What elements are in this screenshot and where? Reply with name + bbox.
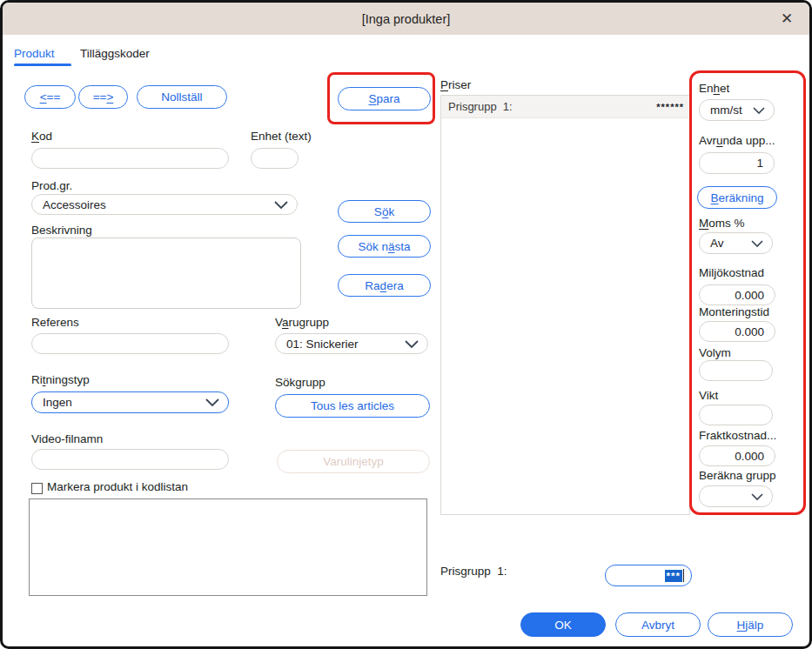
monteringstid-label: Monteringstid [699,305,769,318]
tab-active-underline [14,64,71,66]
referens-input[interactable] [31,333,229,354]
title-bar: [Inga produkter] [3,3,809,35]
sokgrupp-label: Sökgrupp [275,376,325,389]
delete-button[interactable]: Radera [338,274,431,297]
varugrupp-select[interactable]: 01: Snickerier [275,333,428,354]
close-icon[interactable]: ✕ [776,8,797,29]
price-list-header-row[interactable]: Prisgrupp 1: ****** [441,96,689,118]
search-button[interactable]: Sök [338,200,431,223]
masked-price-value: ****** [656,102,684,112]
enhet-label: Enhet [699,82,729,95]
line-type-button: Varulinjetyp [277,450,430,473]
tab-tillaggskoder[interactable]: Tilläggskoder [80,47,150,60]
window-title: [Inga produkter] [362,12,451,26]
video-filnamn-label: Video-filnamn [31,432,103,445]
enhet-text-input[interactable] [251,148,299,169]
varugrupp-label: Varugrupp [275,316,329,329]
vikt-input[interactable] [699,405,773,425]
ritningstyp-select[interactable]: Ingen [31,391,229,413]
fraktkostnad-label: Fraktkostnad... [699,429,776,442]
miljokostnad-label: Miljökostnad [699,266,764,279]
text-caret [683,569,684,582]
priser-label: Priser [440,78,471,91]
miljokostnad-input[interactable]: 0.000 [699,284,775,305]
fraktkostnad-input[interactable]: 0.000 [699,445,775,466]
dialog-window: [Inga produkter] ✕ Produkt Tilläggskoder… [0,0,812,649]
chevron-down-icon [751,240,763,247]
prodgr-select[interactable]: Accessoires [31,194,298,215]
chevron-down-icon [205,398,219,406]
avrunda-input[interactable]: 1 [699,152,775,174]
berakna-grupp-select[interactable] [699,485,773,507]
chevron-down-icon [405,340,419,348]
chevron-down-icon [753,107,765,114]
reset-button[interactable]: Nollställ [137,85,227,109]
chevron-down-icon [751,493,763,500]
selected-masked-text: *** [665,570,682,582]
price-listbox[interactable]: Prisgrupp 1: ****** [440,95,690,515]
markera-label: Markera produkt i kodlistan [47,480,188,493]
enhet-text-label: Enhet (text) [251,130,312,143]
enhet-select[interactable]: mm/st [699,99,775,121]
tab-produkt[interactable]: Produkt [14,47,55,60]
next-button[interactable]: ==> [78,85,128,109]
avrunda-label: Avrunda upp... [699,134,775,147]
cancel-button[interactable]: Avbryt [615,612,701,637]
prisgrupp-input[interactable]: *** [605,565,692,586]
help-button[interactable]: Hjälp [708,612,793,637]
ritningstyp-label: Ritningstyp [31,373,90,386]
referens-label: Referens [31,316,79,329]
markera-checkbox[interactable] [31,483,43,494]
beskrivning-label: Beskrivning [31,224,92,237]
monteringstid-input[interactable]: 0.000 [699,321,775,342]
save-button[interactable]: Spara [338,87,431,110]
volym-input[interactable] [699,360,773,381]
video-filnamn-input[interactable] [31,449,229,470]
berakna-grupp-label: Beräkna grupp [699,469,776,482]
search-group-button[interactable]: Tous les articles [275,394,430,418]
prodgr-label: Prod.gr. [31,179,72,192]
vikt-label: Vikt [699,389,718,402]
prisgrupp-bottom-label: Prisgrupp 1: [440,565,507,578]
beskrivning-textarea[interactable] [31,238,301,309]
moms-label: Moms % [699,217,745,230]
search-next-button[interactable]: Sök nästa [338,235,431,258]
volym-label: Volym [699,346,731,359]
kod-label: Kod [31,130,52,143]
chevron-down-icon [274,201,288,209]
moms-select[interactable]: Av [699,232,773,254]
ok-button[interactable]: OK [520,612,606,637]
prev-button[interactable]: <== [24,85,76,109]
price-group-header-label: Prisgrupp 1: [448,100,513,113]
kod-input[interactable] [31,148,229,169]
calculation-button[interactable]: Beräkning [697,186,777,209]
code-listbox[interactable] [29,498,427,596]
